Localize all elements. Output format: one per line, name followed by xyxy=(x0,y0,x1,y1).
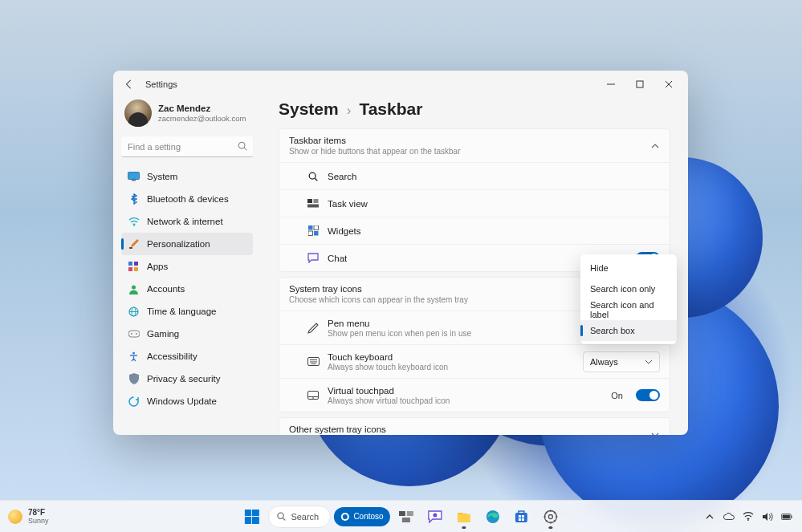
svg-rect-40 xyxy=(399,511,405,516)
close-button[interactable] xyxy=(654,73,683,95)
nav-system[interactable]: System xyxy=(121,165,253,188)
search-label: Search xyxy=(291,512,319,522)
tray-touch-keyboard[interactable]: Touch keyboardAlways show touch keyboard… xyxy=(279,344,670,378)
nav-time[interactable]: Time & language xyxy=(121,300,253,323)
svg-rect-42 xyxy=(402,518,410,522)
nav-label: Personalization xyxy=(147,239,210,249)
chat-icon xyxy=(428,510,442,523)
accessibility-icon xyxy=(128,351,140,363)
section-subtitle: Show or hide buttons that appear on the … xyxy=(289,147,650,156)
taskbar-search[interactable]: Search xyxy=(267,506,330,528)
user-profile[interactable]: Zac Mendez zacmendez@outlook.com xyxy=(121,98,253,135)
svg-rect-63 xyxy=(791,515,792,518)
svg-rect-4 xyxy=(128,173,140,180)
nav-accessibility[interactable]: Accessibility xyxy=(121,345,253,368)
search-input[interactable] xyxy=(121,136,253,157)
svg-rect-9 xyxy=(134,262,138,266)
svg-rect-49 xyxy=(522,518,524,521)
row-subtitle: Show pen menu icon when pen is in use xyxy=(328,329,603,338)
avatar xyxy=(124,99,152,127)
pen-icon xyxy=(307,323,320,334)
nav-network[interactable]: Network & internet xyxy=(121,210,253,233)
row-subtitle: Always show touch keyboard icon xyxy=(328,363,575,372)
system-tray[interactable] xyxy=(704,511,802,522)
nav-label: Bluetooth & devices xyxy=(147,194,229,204)
nav-personalization[interactable]: Personalization xyxy=(121,233,253,255)
settings-button[interactable] xyxy=(538,504,564,530)
tray-chevron-icon[interactable] xyxy=(704,511,715,522)
svg-line-21 xyxy=(315,178,317,181)
minimize-button[interactable] xyxy=(596,73,625,95)
touchpad-icon xyxy=(307,391,320,400)
bluetooth-icon xyxy=(128,193,140,205)
svg-point-51 xyxy=(548,514,552,518)
tray-virtual-touchpad[interactable]: Virtual touchpadAlways show virtual touc… xyxy=(279,378,670,412)
edge-icon xyxy=(486,510,500,524)
nav-label: System xyxy=(147,172,177,181)
store-button[interactable] xyxy=(509,504,535,530)
keyboard-icon xyxy=(307,357,320,366)
option-hide[interactable]: Hide xyxy=(580,258,677,278)
contoso-pill[interactable]: Contoso xyxy=(333,507,389,526)
svg-rect-23 xyxy=(314,199,319,203)
nav-bluetooth[interactable]: Bluetooth & devices xyxy=(121,188,253,210)
explorer-button[interactable] xyxy=(451,504,477,530)
store-icon xyxy=(515,510,528,523)
chat-button[interactable] xyxy=(422,504,448,530)
taskbar-item-search[interactable]: Search xyxy=(279,162,670,189)
svg-point-43 xyxy=(433,513,437,517)
option-icon-label[interactable]: Search icon and label xyxy=(580,299,677,320)
chevron-up-icon xyxy=(650,141,660,151)
svg-point-18 xyxy=(136,333,137,335)
search-icon xyxy=(237,140,248,152)
svg-rect-24 xyxy=(307,205,319,208)
wifi-icon[interactable] xyxy=(743,511,754,522)
taskview-button[interactable] xyxy=(393,504,419,530)
edge-button[interactable] xyxy=(480,504,506,530)
svg-point-17 xyxy=(131,333,132,335)
nav-privacy[interactable]: Privacy & security xyxy=(121,368,253,390)
svg-point-12 xyxy=(132,285,136,289)
nav-accounts[interactable]: Accounts xyxy=(121,278,253,300)
wifi-icon xyxy=(128,216,140,228)
svg-rect-26 xyxy=(314,225,319,230)
keyboard-select[interactable]: Always xyxy=(583,351,660,372)
section-header[interactable]: Other system tray icons Show or hide add… xyxy=(279,418,670,435)
svg-rect-46 xyxy=(519,515,521,518)
search-icon xyxy=(275,511,286,522)
folder-icon xyxy=(457,510,471,522)
nav-label: Accounts xyxy=(147,284,185,294)
touchpad-toggle[interactable] xyxy=(636,389,660,401)
battery-icon[interactable] xyxy=(781,511,792,522)
section-title: Other system tray icons xyxy=(289,424,650,434)
taskbar-item-taskview[interactable]: Task view xyxy=(279,189,670,217)
taskbar-item-widgets[interactable]: Widgets xyxy=(279,217,670,244)
search-options-dropdown: Hide Search icon only Search icon and la… xyxy=(580,254,677,344)
maximize-button[interactable] xyxy=(625,73,654,95)
breadcrumb-parent[interactable]: System xyxy=(279,99,339,119)
sun-icon xyxy=(8,510,22,524)
option-icon-only[interactable]: Search icon only xyxy=(580,278,677,299)
option-search-box[interactable]: Search box xyxy=(580,320,677,341)
weather-widget[interactable]: 78°F Sunny xyxy=(0,508,49,525)
nav-gaming[interactable]: Gaming xyxy=(121,323,253,345)
svg-point-6 xyxy=(133,225,135,226)
globe-icon xyxy=(128,306,140,318)
back-button[interactable] xyxy=(118,73,140,95)
nav-apps[interactable]: Apps xyxy=(121,255,253,278)
nav-update[interactable]: Windows Update xyxy=(121,390,253,412)
volume-icon[interactable] xyxy=(762,511,773,522)
onedrive-icon[interactable] xyxy=(723,511,735,522)
nav-label: Windows Update xyxy=(147,396,217,406)
taskview-icon xyxy=(399,511,413,522)
display-icon xyxy=(128,171,140,183)
start-button[interactable] xyxy=(238,504,264,530)
chevron-down-icon xyxy=(650,430,660,436)
toggle-state: On xyxy=(611,391,623,400)
settings-window: Settings Zac Mendez zacmendez@outlook.co… xyxy=(113,71,688,435)
shield-icon xyxy=(128,373,140,385)
svg-rect-7 xyxy=(129,247,132,249)
section-header[interactable]: Taskbar items Show or hide buttons that … xyxy=(279,129,670,162)
svg-rect-27 xyxy=(308,231,313,236)
settings-search[interactable] xyxy=(121,136,253,157)
